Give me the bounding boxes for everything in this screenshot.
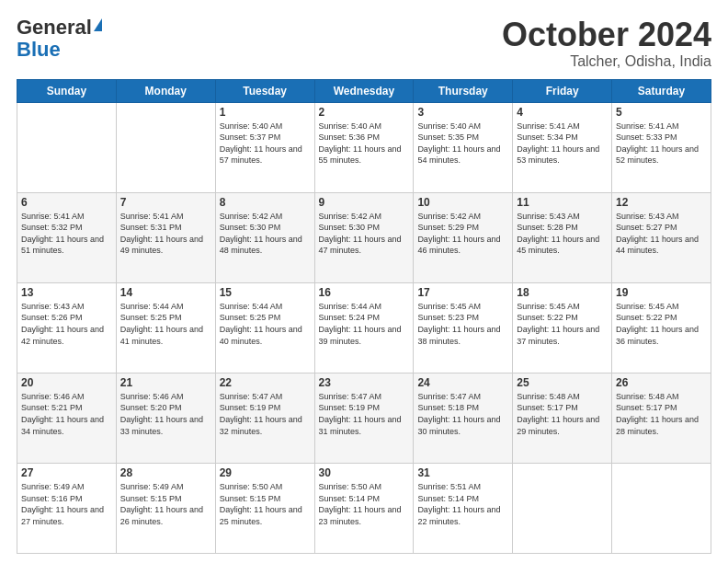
cell-info: Sunrise: 5:51 AMSunset: 5:14 PMDaylight:… xyxy=(417,482,500,526)
calendar-cell: 15Sunrise: 5:44 AMSunset: 5:25 PMDayligh… xyxy=(215,282,314,373)
day-number: 11 xyxy=(517,196,608,209)
day-number: 13 xyxy=(21,286,112,299)
cell-info: Sunrise: 5:40 AMSunset: 5:36 PMDaylight:… xyxy=(319,121,402,166)
calendar-cell: 25Sunrise: 5:48 AMSunset: 5:17 PMDayligh… xyxy=(513,373,612,463)
calendar-cell: 23Sunrise: 5:47 AMSunset: 5:19 PMDayligh… xyxy=(314,373,414,463)
calendar-cell: 7Sunrise: 5:41 AMSunset: 5:31 PMDaylight… xyxy=(116,192,215,282)
day-number: 28 xyxy=(120,466,211,479)
cell-info: Sunrise: 5:43 AMSunset: 5:28 PMDaylight:… xyxy=(517,212,599,256)
day-number: 29 xyxy=(220,466,311,479)
cell-info: Sunrise: 5:48 AMSunset: 5:17 PMDaylight:… xyxy=(616,392,699,436)
day-number: 10 xyxy=(417,196,508,209)
day-number: 18 xyxy=(517,286,608,299)
day-number: 3 xyxy=(417,106,508,119)
day-number: 19 xyxy=(616,286,707,299)
day-header-saturday: Saturday xyxy=(612,79,711,102)
day-number: 2 xyxy=(319,106,410,119)
cell-info: Sunrise: 5:40 AMSunset: 5:37 PMDaylight:… xyxy=(220,121,302,166)
day-number: 12 xyxy=(616,196,707,209)
calendar-subtitle: Talcher, Odisha, India xyxy=(502,53,711,70)
calendar-cell xyxy=(116,102,215,192)
calendar-cell: 28Sunrise: 5:49 AMSunset: 5:15 PMDayligh… xyxy=(116,463,215,553)
cell-info: Sunrise: 5:47 AMSunset: 5:19 PMDaylight:… xyxy=(220,392,302,436)
calendar-cell: 17Sunrise: 5:45 AMSunset: 5:23 PMDayligh… xyxy=(414,282,513,373)
cell-info: Sunrise: 5:42 AMSunset: 5:30 PMDaylight:… xyxy=(319,212,402,256)
cell-info: Sunrise: 5:45 AMSunset: 5:22 PMDaylight:… xyxy=(616,302,699,346)
day-number: 14 xyxy=(120,286,211,299)
day-number: 6 xyxy=(21,196,112,209)
day-number: 9 xyxy=(319,196,410,209)
cell-info: Sunrise: 5:44 AMSunset: 5:25 PMDaylight:… xyxy=(220,302,302,346)
cell-info: Sunrise: 5:42 AMSunset: 5:30 PMDaylight:… xyxy=(220,212,302,256)
calendar-cell: 11Sunrise: 5:43 AMSunset: 5:28 PMDayligh… xyxy=(513,192,612,282)
cell-info: Sunrise: 5:42 AMSunset: 5:29 PMDaylight:… xyxy=(417,212,500,256)
calendar-cell: 31Sunrise: 5:51 AMSunset: 5:14 PMDayligh… xyxy=(414,463,513,553)
cell-info: Sunrise: 5:43 AMSunset: 5:26 PMDaylight:… xyxy=(21,302,104,346)
calendar-cell: 9Sunrise: 5:42 AMSunset: 5:30 PMDaylight… xyxy=(314,192,414,282)
day-number: 16 xyxy=(319,286,410,299)
cell-info: Sunrise: 5:46 AMSunset: 5:21 PMDaylight:… xyxy=(21,392,104,436)
day-number: 21 xyxy=(120,376,211,389)
cell-info: Sunrise: 5:45 AMSunset: 5:23 PMDaylight:… xyxy=(417,302,500,346)
day-number: 7 xyxy=(120,196,211,209)
calendar-cell: 12Sunrise: 5:43 AMSunset: 5:27 PMDayligh… xyxy=(612,192,711,282)
calendar-cell: 5Sunrise: 5:41 AMSunset: 5:33 PMDaylight… xyxy=(612,102,711,192)
day-number: 25 xyxy=(517,376,608,389)
calendar-cell: 8Sunrise: 5:42 AMSunset: 5:30 PMDaylight… xyxy=(215,192,314,282)
day-number: 5 xyxy=(616,106,707,119)
cell-info: Sunrise: 5:41 AMSunset: 5:34 PMDaylight:… xyxy=(517,121,599,166)
cell-info: Sunrise: 5:48 AMSunset: 5:17 PMDaylight:… xyxy=(517,392,599,436)
day-number: 4 xyxy=(517,106,608,119)
calendar-cell: 26Sunrise: 5:48 AMSunset: 5:17 PMDayligh… xyxy=(612,373,711,463)
cell-info: Sunrise: 5:40 AMSunset: 5:35 PMDaylight:… xyxy=(417,121,500,166)
calendar-cell: 14Sunrise: 5:44 AMSunset: 5:25 PMDayligh… xyxy=(116,282,215,373)
day-header-tuesday: Tuesday xyxy=(215,79,314,102)
calendar-title: October 2024 xyxy=(502,17,711,53)
cell-info: Sunrise: 5:49 AMSunset: 5:15 PMDaylight:… xyxy=(120,482,203,526)
cell-info: Sunrise: 5:43 AMSunset: 5:27 PMDaylight:… xyxy=(616,212,699,256)
page: General Blue October 2024 Talcher, Odish… xyxy=(0,0,728,563)
cell-info: Sunrise: 5:44 AMSunset: 5:25 PMDaylight:… xyxy=(120,302,203,346)
calendar-header-row: SundayMondayTuesdayWednesdayThursdayFrid… xyxy=(17,79,711,102)
calendar-week-1: 1Sunrise: 5:40 AMSunset: 5:37 PMDaylight… xyxy=(17,102,711,192)
calendar-cell: 3Sunrise: 5:40 AMSunset: 5:35 PMDaylight… xyxy=(414,102,513,192)
calendar-cell: 4Sunrise: 5:41 AMSunset: 5:34 PMDaylight… xyxy=(513,102,612,192)
day-number: 20 xyxy=(21,376,112,389)
day-number: 24 xyxy=(417,376,508,389)
calendar-week-2: 6Sunrise: 5:41 AMSunset: 5:32 PMDaylight… xyxy=(17,192,711,282)
calendar-cell: 2Sunrise: 5:40 AMSunset: 5:36 PMDaylight… xyxy=(314,102,414,192)
day-number: 23 xyxy=(319,376,410,389)
calendar-cell: 29Sunrise: 5:50 AMSunset: 5:15 PMDayligh… xyxy=(215,463,314,553)
cell-info: Sunrise: 5:46 AMSunset: 5:20 PMDaylight:… xyxy=(120,392,203,436)
day-number: 8 xyxy=(220,196,311,209)
day-number: 22 xyxy=(220,376,311,389)
calendar-cell: 27Sunrise: 5:49 AMSunset: 5:16 PMDayligh… xyxy=(17,463,117,553)
calendar-cell: 1Sunrise: 5:40 AMSunset: 5:37 PMDaylight… xyxy=(215,102,314,192)
day-number: 27 xyxy=(21,466,112,479)
cell-info: Sunrise: 5:41 AMSunset: 5:33 PMDaylight:… xyxy=(616,121,699,166)
day-number: 17 xyxy=(417,286,508,299)
cell-info: Sunrise: 5:47 AMSunset: 5:19 PMDaylight:… xyxy=(319,392,402,436)
logo-blue: Blue xyxy=(17,39,61,61)
logo: General Blue xyxy=(17,17,102,61)
day-number: 1 xyxy=(220,106,311,119)
calendar-table: SundayMondayTuesdayWednesdayThursdayFrid… xyxy=(17,79,711,554)
day-number: 26 xyxy=(616,376,707,389)
day-header-monday: Monday xyxy=(116,79,215,102)
calendar-cell xyxy=(612,463,711,553)
calendar-cell xyxy=(17,102,117,192)
cell-info: Sunrise: 5:44 AMSunset: 5:24 PMDaylight:… xyxy=(319,302,402,346)
day-number: 30 xyxy=(319,466,410,479)
cell-info: Sunrise: 5:41 AMSunset: 5:32 PMDaylight:… xyxy=(21,212,104,256)
cell-info: Sunrise: 5:45 AMSunset: 5:22 PMDaylight:… xyxy=(517,302,599,346)
logo-general: General xyxy=(17,17,102,39)
cell-info: Sunrise: 5:50 AMSunset: 5:14 PMDaylight:… xyxy=(319,482,402,526)
calendar-cell: 6Sunrise: 5:41 AMSunset: 5:32 PMDaylight… xyxy=(17,192,117,282)
calendar-week-4: 20Sunrise: 5:46 AMSunset: 5:21 PMDayligh… xyxy=(17,373,711,463)
day-number: 31 xyxy=(417,466,508,479)
day-header-friday: Friday xyxy=(513,79,612,102)
title-block: October 2024 Talcher, Odisha, India xyxy=(502,17,711,70)
day-header-thursday: Thursday xyxy=(414,79,513,102)
cell-info: Sunrise: 5:49 AMSunset: 5:16 PMDaylight:… xyxy=(21,482,104,526)
cell-info: Sunrise: 5:41 AMSunset: 5:31 PMDaylight:… xyxy=(120,212,203,256)
